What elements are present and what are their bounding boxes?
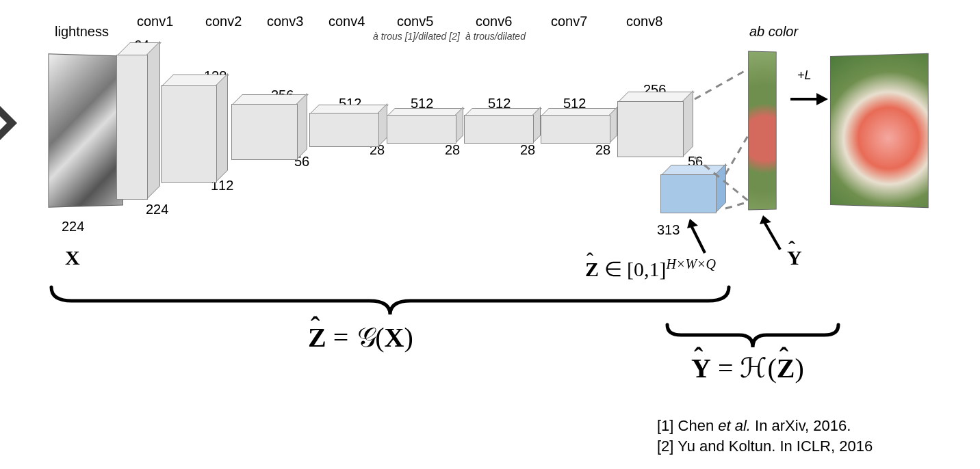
conv4-label: conv4 bbox=[328, 14, 365, 29]
svg-marker-10 bbox=[760, 215, 771, 224]
input-sp: 224 bbox=[62, 219, 84, 234]
conv5-sub: à trous [1]/dilated [2] bbox=[373, 31, 460, 42]
conv2-label: conv2 bbox=[205, 14, 242, 29]
svg-line-7 bbox=[691, 226, 705, 253]
conv6-sub: à trous/dilated bbox=[465, 31, 526, 42]
brace-g bbox=[48, 284, 732, 325]
eq-g: Zˆ = 𝒢(X) bbox=[308, 321, 413, 353]
z-pointer-arrow bbox=[684, 219, 712, 256]
svg-marker-0 bbox=[0, 103, 17, 144]
slide-edge-pointer bbox=[0, 103, 24, 144]
conv7-sp: 28 bbox=[520, 142, 535, 158]
conv1-label: conv1 bbox=[137, 14, 173, 29]
conv5-label: conv5 bbox=[397, 14, 433, 29]
plus-l-arrow bbox=[790, 89, 828, 109]
conv6-sp: 28 bbox=[445, 142, 460, 158]
conv6-label: conv6 bbox=[476, 14, 512, 29]
output-label: ab color bbox=[749, 24, 798, 40]
svg-line-1 bbox=[695, 68, 749, 99]
z-dim: Zˆ ∈ [0,1]H×W×Q bbox=[585, 256, 716, 281]
eq-h: Yˆ = ℋ(Zˆ) bbox=[691, 352, 804, 384]
svg-marker-8 bbox=[687, 219, 698, 228]
yhat-symbol: Yˆ bbox=[787, 246, 802, 269]
svg-line-2 bbox=[695, 157, 749, 202]
x-symbol: X bbox=[65, 246, 80, 269]
svg-marker-6 bbox=[816, 93, 828, 105]
svg-line-9 bbox=[764, 222, 780, 250]
input-label: lightness bbox=[55, 24, 109, 40]
conv8-sp-bottom: 28 bbox=[595, 142, 610, 158]
conv2-sp: 224 bbox=[146, 202, 168, 217]
ab-output-image bbox=[748, 51, 777, 211]
brace-h bbox=[664, 321, 842, 356]
svg-line-3 bbox=[725, 133, 749, 174]
input-lightness-image bbox=[48, 53, 123, 207]
architecture-diagram: { "input_label": "lightness", "output_la… bbox=[0, 0, 980, 469]
conv8-label: conv8 bbox=[626, 14, 662, 29]
conv7-label: conv7 bbox=[551, 14, 587, 29]
svg-line-4 bbox=[725, 202, 749, 209]
ref-2: [2] Yu and Koltun. In ICLR, 2016 bbox=[657, 438, 873, 455]
color-output-image bbox=[830, 53, 929, 208]
ref-1: [1] Chen et al. In arXiv, 2016. bbox=[657, 417, 851, 435]
conv3-label: conv3 bbox=[267, 14, 303, 29]
y-pointer-arrow bbox=[756, 215, 790, 253]
plus-l-label: +L bbox=[797, 68, 812, 83]
